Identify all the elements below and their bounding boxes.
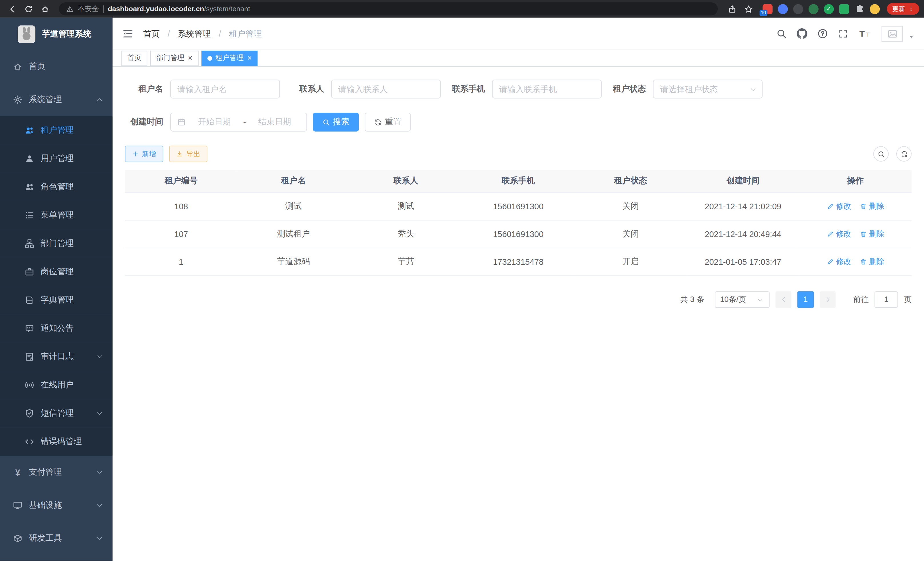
ext-puzzle-icon[interactable]: [855, 4, 865, 14]
status-cell: 关闭: [574, 192, 687, 220]
fullscreen-icon[interactable]: [838, 28, 849, 39]
tenant-name-input[interactable]: [170, 80, 280, 98]
delete-link[interactable]: 删除: [860, 201, 884, 211]
edit-link[interactable]: 修改: [826, 256, 851, 267]
edit-link[interactable]: 修改: [826, 201, 851, 211]
create-time-range[interactable]: 开始日期 - 结束日期: [170, 113, 307, 132]
sidebar-item-tenant[interactable]: 租户管理: [0, 116, 112, 144]
ext-green-check-icon[interactable]: ✓: [824, 4, 834, 14]
tab-dept[interactable]: 部门管理×: [150, 50, 198, 66]
next-page-button[interactable]: [820, 291, 836, 308]
start-date-input[interactable]: 开始日期: [189, 117, 240, 127]
prev-page-button[interactable]: [776, 291, 791, 308]
delete-link[interactable]: 删除: [860, 229, 884, 239]
address-bar[interactable]: 不安全 dashboard.yudao.iocoder.cn/system/te…: [59, 2, 718, 15]
sidebar-item-infra[interactable]: 基础设施: [0, 489, 112, 522]
status-select[interactable]: [653, 80, 763, 98]
sidebar-item-label: 短信管理: [40, 408, 74, 419]
tab-tenant[interactable]: 租户管理×: [201, 50, 258, 66]
tenant-name-input-field[interactable]: [177, 84, 273, 94]
back-icon: [8, 4, 16, 13]
phone-input-field[interactable]: [499, 84, 595, 94]
status-cell: 开启: [574, 248, 687, 275]
tenant-name-cell: 测试租户: [237, 220, 350, 248]
sidebar-item-dept[interactable]: 部门管理: [0, 229, 112, 258]
refresh-table-button[interactable]: [896, 146, 912, 162]
contact-label: 联系人: [286, 84, 324, 94]
shield-icon: [25, 409, 34, 418]
menu-fold-button[interactable]: [122, 28, 134, 39]
sidebar-item-post[interactable]: 岗位管理: [0, 258, 112, 286]
breadcrumb-system[interactable]: 系统管理: [178, 29, 211, 38]
add-button-label: 新增: [142, 149, 156, 159]
phone-input[interactable]: [492, 80, 602, 98]
goto-page-input[interactable]: [874, 291, 898, 308]
actions-cell: 修改删除: [799, 192, 911, 220]
close-icon[interactable]: ×: [188, 54, 193, 62]
sidebar-item-online-user[interactable]: 在线用户: [0, 371, 112, 399]
ext-yellow-icon[interactable]: [870, 4, 880, 14]
edit-link[interactable]: 修改: [826, 229, 851, 239]
font-size-icon[interactable]: TT: [859, 28, 872, 39]
ext-red-icon[interactable]: 10: [763, 4, 772, 14]
ext-green-dark-icon[interactable]: [808, 4, 819, 14]
help-icon[interactable]: [818, 28, 828, 39]
search-button[interactable]: 搜索: [313, 113, 359, 132]
chevron-down-icon: [96, 469, 103, 476]
phone-label: 联系手机: [447, 84, 485, 94]
close-icon[interactable]: ×: [247, 54, 252, 62]
page-number-button[interactable]: 1: [797, 291, 814, 308]
reset-button[interactable]: 重置: [365, 113, 411, 132]
sidebar-item-user[interactable]: 用户管理: [0, 144, 112, 173]
contact-input-field[interactable]: [338, 84, 434, 94]
github-icon[interactable]: [797, 28, 807, 39]
sidebar-item-audit-log[interactable]: 审计日志: [0, 343, 112, 371]
browser-menu-icon[interactable]: [908, 5, 914, 13]
sidebar-item-home[interactable]: 首页: [0, 50, 112, 83]
sidebar-item-label: 基础设施: [29, 500, 62, 511]
avatar[interactable]: [882, 26, 903, 42]
update-button[interactable]: 更新: [887, 3, 919, 15]
contact-input[interactable]: [331, 80, 441, 98]
goto-label: 前往: [854, 294, 869, 305]
briefcase-icon: [25, 267, 34, 277]
sidebar-item-system[interactable]: 系统管理: [0, 83, 112, 116]
search-icon[interactable]: [776, 28, 787, 39]
export-button-label: 导出: [186, 149, 201, 159]
sidebar-item-label: 部门管理: [40, 238, 74, 249]
page-size-select[interactable]: 10条/页: [715, 291, 770, 308]
delete-link[interactable]: 删除: [860, 256, 884, 267]
sidebar-item-error-code[interactable]: 错误码管理: [0, 427, 112, 456]
sidebar-item-dev-tool[interactable]: 研发工具: [0, 522, 112, 555]
back-button[interactable]: [5, 2, 19, 16]
sidebar-item-dict[interactable]: 字典管理: [0, 286, 112, 314]
sidebar-item-menu[interactable]: 菜单管理: [0, 201, 112, 229]
home-button[interactable]: [38, 2, 52, 16]
toggle-search-button[interactable]: [873, 146, 889, 162]
caret-down-icon[interactable]: [908, 33, 915, 40]
chevron-right-icon: [824, 296, 831, 303]
status-select-field[interactable]: [660, 84, 755, 94]
sidebar-item-sms[interactable]: 短信管理: [0, 399, 112, 427]
tab-home[interactable]: 首页: [122, 50, 147, 66]
yen-icon: ¥: [13, 468, 22, 477]
ext-blue-icon[interactable]: [778, 4, 788, 14]
sidebar-item-label: 岗位管理: [40, 266, 74, 277]
export-button[interactable]: 导出: [169, 146, 207, 162]
chevron-down-icon: [750, 86, 757, 93]
share-button[interactable]: [725, 2, 739, 16]
sidebar-item-pay[interactable]: ¥支付管理: [0, 456, 112, 489]
logo[interactable]: 芋道管理系统: [0, 18, 112, 50]
refresh-button[interactable]: [21, 2, 35, 16]
ext-green-square-icon[interactable]: [839, 4, 849, 14]
sidebar-item-notice[interactable]: 通知公告: [0, 314, 112, 343]
sidebar-item-role[interactable]: 角色管理: [0, 173, 112, 201]
ext-dark-icon[interactable]: [793, 4, 803, 14]
bookmark-star-button[interactable]: [741, 2, 756, 16]
end-date-input[interactable]: 结束日期: [249, 117, 300, 127]
breadcrumb-separator: /: [219, 29, 221, 38]
breadcrumb-separator: /: [168, 29, 170, 38]
breadcrumb-home[interactable]: 首页: [143, 29, 160, 38]
add-button[interactable]: 新增: [125, 146, 163, 162]
sidebar-item-label: 租户管理: [40, 125, 74, 135]
